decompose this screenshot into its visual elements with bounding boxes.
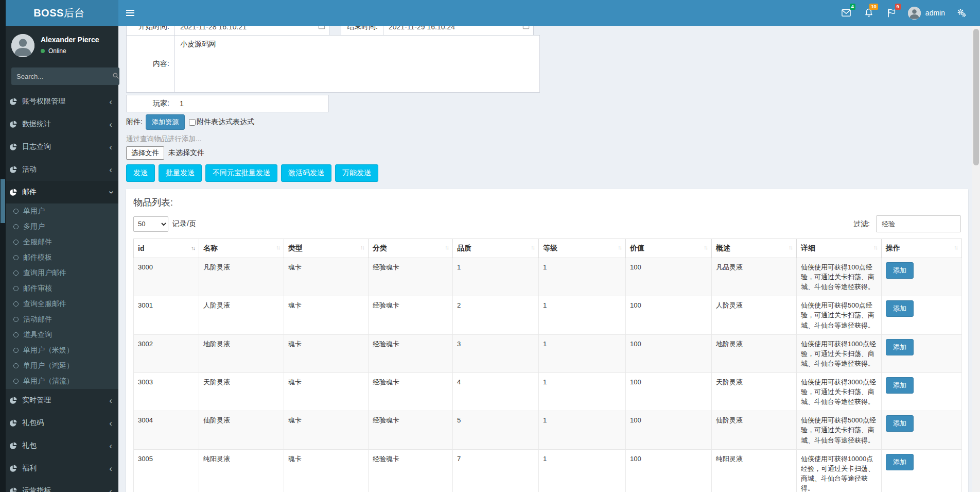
sort-icon[interactable]: ↑↓ <box>873 244 877 250</box>
sidebar-subitem-单用户[interactable]: 单用户 <box>0 203 118 219</box>
notifications-menu[interactable]: 10 <box>857 0 880 26</box>
sidebar-item-账号权限管理[interactable]: 账号权限管理‹ <box>0 90 118 113</box>
sort-icon[interactable]: ↑↓ <box>954 244 957 250</box>
sort-icon[interactable]: ↑↓ <box>789 244 792 250</box>
column-header-id[interactable]: id↑↓ <box>134 239 199 258</box>
column-header-分类[interactable]: 分类↑↓ <box>369 239 453 258</box>
add-item-button[interactable]: 添加 <box>886 262 914 279</box>
sidebar-scrollbar-thumb[interactable] <box>1 179 5 223</box>
query-items-hint: 通过查询物品进行添加... <box>126 134 968 144</box>
column-header-操作[interactable]: 操作↑↓ <box>882 239 962 258</box>
filter-label: 过滤: <box>853 219 870 229</box>
add-item-button[interactable]: 添加 <box>886 300 914 317</box>
tasks-menu[interactable]: 9 <box>880 0 903 26</box>
sidebar-subitem-单用户（清流）[interactable]: 单用户（清流） <box>0 374 118 389</box>
action-button-激活码发送[interactable]: 激活码发送 <box>281 164 331 182</box>
action-button-不同元宝批量发送[interactable]: 不同元宝批量发送 <box>205 164 277 182</box>
add-resource-button[interactable]: 添加资源 <box>146 114 185 130</box>
top-navbar: 4 10 9 admin <box>118 0 980 26</box>
sidebar-subitem-活动邮件[interactable]: 活动邮件 <box>0 312 118 327</box>
cell-name: 天阶灵液 <box>199 372 284 411</box>
cell-value: 100 <box>626 449 712 492</box>
sidebar-scrollbar[interactable] <box>0 0 6 492</box>
page-size-select[interactable]: 50 <box>133 216 168 232</box>
sort-icon[interactable]: ↑↓ <box>531 244 534 250</box>
sidebar-item-邮件[interactable]: 邮件‹ <box>0 181 118 203</box>
sidebar-item-日志查询[interactable]: 日志查询‹ <box>0 135 118 158</box>
messages-menu[interactable]: 4 <box>835 0 857 26</box>
user-name: Alexander Pierce <box>41 36 99 44</box>
cell-id: 3000 <box>134 258 199 296</box>
cell-level: 1 <box>539 411 626 449</box>
circle-o-icon <box>13 301 19 307</box>
sort-icon[interactable]: ↑↓ <box>618 244 621 250</box>
page-scrollbar-thumb[interactable] <box>973 29 979 165</box>
content-textarea[interactable]: 小皮源码网 <box>174 35 540 93</box>
add-item-button[interactable]: 添加 <box>886 339 914 355</box>
start-time-input[interactable]: 2021-11-28 16:10:21 <box>175 26 329 36</box>
add-item-button[interactable]: 添加 <box>886 454 914 470</box>
choose-file-button[interactable]: 选择文件 <box>126 146 164 160</box>
sidebar-item-礼包码[interactable]: 礼包码‹ <box>0 412 118 434</box>
search-button[interactable] <box>112 67 119 85</box>
cell-type: 魂卡 <box>284 334 369 372</box>
cell-id: 3001 <box>134 296 199 334</box>
column-header-名称[interactable]: 名称↑↓ <box>199 239 284 258</box>
cell-quality: 4 <box>453 372 539 411</box>
column-header-概述[interactable]: 概述↑↓ <box>712 239 797 258</box>
action-button-发送[interactable]: 发送 <box>126 164 155 182</box>
sidebar-subitem-道具查询[interactable]: 道具查询 <box>0 327 118 343</box>
circle-o-icon <box>13 317 19 322</box>
search-input[interactable] <box>11 67 112 85</box>
sidebar-toggle-button[interactable] <box>118 0 142 26</box>
column-header-品质[interactable]: 品质↑↓ <box>453 239 539 258</box>
column-header-类型[interactable]: 类型↑↓ <box>284 239 369 258</box>
user-menu[interactable]: admin <box>903 0 950 26</box>
player-input[interactable]: 1 <box>174 95 329 112</box>
filter-input[interactable] <box>876 215 961 232</box>
settings-menu[interactable] <box>950 0 973 26</box>
sidebar-subitem-单用户（鸿延）[interactable]: 单用户（鸿延） <box>0 358 118 374</box>
action-button-批量发送[interactable]: 批量发送 <box>159 164 202 182</box>
sort-icon[interactable]: ↑↓ <box>276 244 279 250</box>
attachment-expression-checkbox[interactable] <box>189 119 196 126</box>
cell-actions: 添加 <box>882 449 962 492</box>
column-header-详细[interactable]: 详细↑↓ <box>797 239 882 258</box>
sidebar-subitem-邮件审核[interactable]: 邮件审核 <box>0 281 118 296</box>
app-logo[interactable]: BOSS后台 <box>0 0 118 26</box>
pie-chart-icon <box>8 121 18 128</box>
pie-chart-icon <box>8 166 18 174</box>
action-button-万能发送[interactable]: 万能发送 <box>335 164 378 182</box>
calendar-icon <box>522 26 530 31</box>
sidebar-subitem-全服邮件[interactable]: 全服邮件 <box>0 234 118 250</box>
table-row: 3004仙阶灵液魂卡经验魂卡51100仙阶灵液仙侠使用可获得5000点经验，可通… <box>134 411 962 449</box>
sort-icon[interactable]: ↑↓ <box>191 244 195 251</box>
sidebar-subitem-邮件模板[interactable]: 邮件模板 <box>0 250 118 265</box>
add-item-button[interactable]: 添加 <box>886 377 914 394</box>
sidebar-item-活动[interactable]: 活动‹ <box>0 158 118 181</box>
sidebar-subitem-查询全服邮件[interactable]: 查询全服邮件 <box>0 296 118 312</box>
table-header-row: id↑↓名称↑↓类型↑↓分类↑↓品质↑↓等级↑↓价值↑↓概述↑↓详细↑↓操作↑↓ <box>134 239 962 258</box>
sort-icon[interactable]: ↑↓ <box>445 244 448 250</box>
sidebar-item-数据统计[interactable]: 数据统计‹ <box>0 113 118 135</box>
sort-icon[interactable]: ↑↓ <box>704 244 707 250</box>
attachment-row: 附件: 添加资源 附件表达式表达式 <box>126 114 968 130</box>
cell-id: 3004 <box>134 411 199 449</box>
cell-summary: 天阶灵液 <box>712 372 797 411</box>
user-status[interactable]: Online <box>41 47 99 55</box>
sort-icon[interactable]: ↑↓ <box>360 244 364 250</box>
sidebar-item-实时管理[interactable]: 实时管理‹ <box>0 389 118 412</box>
sidebar-item-运营指标[interactable]: 运营指标‹ <box>0 480 118 492</box>
column-header-等级[interactable]: 等级↑↓ <box>539 239 626 258</box>
sidebar-subitem-多用户[interactable]: 多用户 <box>0 219 118 234</box>
sidebar-subitem-单用户（米娱）[interactable]: 单用户（米娱） <box>0 343 118 358</box>
file-upload-row: 选择文件 未选择文件 <box>126 146 968 160</box>
page-scrollbar[interactable] <box>972 26 980 492</box>
cell-category: 经验魂卡 <box>369 296 453 334</box>
column-header-价值[interactable]: 价值↑↓ <box>626 239 712 258</box>
end-time-input[interactable]: 2021-11-29 16:10:24 <box>383 26 534 36</box>
sidebar-item-礼包[interactable]: 礼包‹ <box>0 434 118 457</box>
add-item-button[interactable]: 添加 <box>886 415 914 432</box>
sidebar-item-福利[interactable]: 福利‹ <box>0 457 118 480</box>
sidebar-subitem-查询用户邮件[interactable]: 查询用户邮件 <box>0 265 118 281</box>
